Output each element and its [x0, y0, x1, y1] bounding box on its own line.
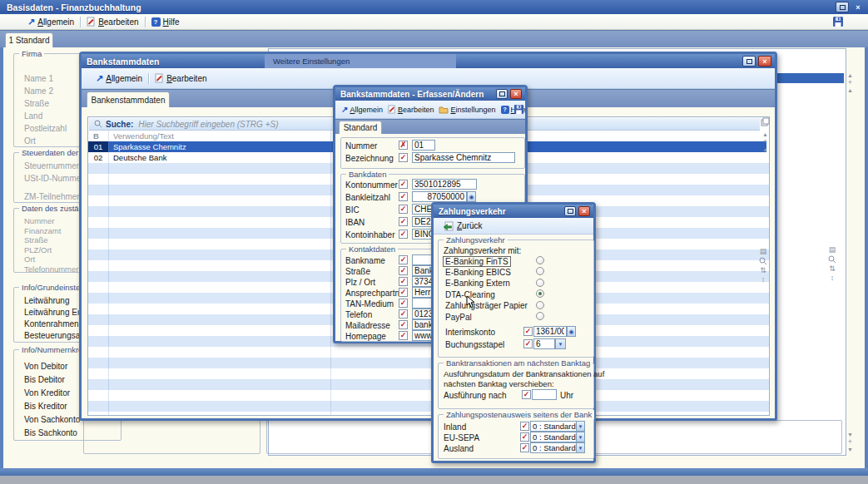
- close-button[interactable]: ×: [578, 206, 590, 216]
- menu-allgemein[interactable]: ↗ Allgemein: [22, 14, 80, 29]
- sort-desc-icon[interactable]: ↕: [759, 275, 767, 284]
- copy-row-button[interactable]: [761, 117, 770, 126]
- menu-allgemein[interactable]: ↗ Allgemein: [90, 68, 148, 88]
- maximize-button[interactable]: [742, 56, 756, 67]
- list-tools-right[interactable]: ▤ ⇅ ↕: [828, 245, 836, 283]
- dropdown-icon[interactable]: ▼: [576, 422, 584, 431]
- bezeichnung-input[interactable]: [412, 152, 515, 163]
- ausfuehrung-nach-label: Ausführung nach: [444, 391, 507, 400]
- option-label-paypal[interactable]: PayPal: [445, 313, 472, 322]
- row-scroll-controls[interactable]: ▲ + ▲: [762, 131, 768, 153]
- radio-zahlungstraeger-papier[interactable]: [536, 301, 544, 309]
- menu-allgemein[interactable]: ↗ Allgemein: [339, 101, 385, 118]
- column-header-text[interactable]: Verwendung/Text: [113, 131, 174, 141]
- radio-e-banking-extern[interactable]: [536, 279, 544, 287]
- sort-asc-icon[interactable]: ⇅: [828, 264, 836, 274]
- maximize-button[interactable]: [836, 2, 849, 12]
- ausland-checkbox[interactable]: ✓: [520, 443, 529, 452]
- back-button[interactable]: Zurück: [437, 218, 489, 234]
- grid-icon[interactable]: ▤: [759, 247, 767, 256]
- grid-icon[interactable]: ▤: [828, 245, 836, 254]
- list-tools[interactable]: ▤ ⇅ ↕: [759, 247, 767, 284]
- scroll-up-icon[interactable]: ▲: [847, 86, 853, 94]
- payment-titlebar[interactable]: Zahlungsverkehr ×: [434, 205, 593, 218]
- main-titlebar[interactable]: Basisdaten - Finanzbuchhaltung ×: [0, 0, 868, 14]
- tab-bankenstammdaten[interactable]: Bankenstammdaten: [87, 91, 170, 107]
- scroll-top-controls[interactable]: ▲ + ▲: [847, 72, 853, 94]
- mailadresse-checkbox[interactable]: ✓: [399, 320, 408, 329]
- eu-sepa-checkbox[interactable]: ✓: [520, 432, 529, 442]
- option-label-extern[interactable]: E-Banking Extern: [445, 279, 510, 288]
- menu-hilfe[interactable]: ? Hilfe: [146, 14, 186, 29]
- option-label-ebics[interactable]: E-Banking EBICS: [445, 268, 511, 277]
- interimskonto-checkbox[interactable]: ✓: [523, 327, 533, 336]
- main-tabstrip: [0, 30, 868, 47]
- sort-asc-icon[interactable]: ⇅: [759, 266, 767, 275]
- buchungsstapel-input[interactable]: [533, 338, 555, 349]
- radio-paypal[interactable]: [536, 312, 544, 320]
- expand-icon[interactable]: +: [847, 438, 853, 446]
- close-button[interactable]: ×: [851, 2, 865, 12]
- bankleitzahl-lookup-button[interactable]: ◉: [467, 191, 476, 202]
- column-header-b[interactable]: B: [93, 131, 99, 141]
- expand-icon[interactable]: +: [847, 79, 853, 86]
- maximize-button[interactable]: [496, 89, 508, 99]
- menu-bearbeiten[interactable]: Bearbeiten: [81, 14, 144, 29]
- expand-icon[interactable]: +: [762, 138, 768, 146]
- dropdown-icon[interactable]: ▼: [576, 443, 584, 452]
- bezeichnung-checkbox[interactable]: ✓: [399, 153, 408, 162]
- column-divider: [330, 131, 331, 415]
- bankleitzahl-checkbox[interactable]: ✓: [399, 192, 408, 201]
- interimskonto-lookup-button[interactable]: ◉: [567, 326, 576, 337]
- inland-select[interactable]: 0 : Standard ▼: [530, 421, 585, 432]
- kontoinhaber-checkbox[interactable]: ✓: [399, 230, 408, 239]
- scroll-bottom-controls[interactable]: ▼ + ▼: [847, 431, 853, 453]
- ausfuehrung-checkbox[interactable]: ✓: [522, 390, 531, 399]
- iban-checkbox[interactable]: ✓: [399, 217, 408, 226]
- magnifier-icon[interactable]: [828, 255, 836, 264]
- kontonummer-checkbox[interactable]: ✓: [399, 180, 408, 189]
- bic-checkbox[interactable]: ✓: [399, 205, 408, 214]
- eu-sepa-select[interactable]: 0 : Standard ▼: [530, 432, 585, 442]
- window-frame-bottom: [0, 468, 868, 476]
- homepage-checkbox[interactable]: ✓: [399, 331, 408, 340]
- ausland-select[interactable]: 0 : Standard ▼: [530, 442, 585, 453]
- tab-1-standard[interactable]: 1 Standard: [5, 32, 53, 47]
- buchungsstapel-checkbox[interactable]: ✓: [523, 339, 533, 348]
- close-button[interactable]: ×: [758, 56, 771, 67]
- interimskonto-input[interactable]: [533, 326, 567, 337]
- scroll-down-icon[interactable]: ▼: [847, 446, 853, 453]
- kontonummer-input[interactable]: [412, 179, 477, 190]
- nummer-lock-checkbox[interactable]: ✗: [399, 141, 408, 150]
- menu-einstellungen[interactable]: Einstellungen: [436, 101, 498, 118]
- maximize-button[interactable]: [564, 206, 576, 216]
- close-button[interactable]: ×: [510, 89, 522, 99]
- option-label-papier[interactable]: Zahlungsträger Papier: [445, 301, 528, 310]
- menu-bearbeiten[interactable]: Bearbeiten: [385, 101, 437, 118]
- radio-e-banking-fints[interactable]: [536, 256, 544, 264]
- plz-ort-checkbox[interactable]: ✓: [399, 277, 408, 286]
- ausfuehrung-input[interactable]: [532, 389, 557, 400]
- magnifier-icon[interactable]: [759, 257, 767, 265]
- tan-medium-checkbox[interactable]: ✓: [399, 299, 408, 308]
- sort-desc-icon[interactable]: ↕: [828, 274, 836, 283]
- radio-dta-clearing[interactable]: [536, 289, 544, 298]
- nummer-input[interactable]: [412, 140, 435, 151]
- back-icon: [443, 221, 454, 231]
- dropdown-icon[interactable]: ▼: [576, 432, 584, 442]
- menu-bearbeiten[interactable]: Bearbeiten: [149, 68, 212, 88]
- buchungsstapel-dropdown-button[interactable]: ▼: [555, 338, 566, 349]
- telefon-checkbox[interactable]: ✓: [399, 309, 408, 319]
- save-button[interactable]: [832, 16, 844, 27]
- save-button[interactable]: [513, 104, 524, 115]
- scroll-up-icon[interactable]: ▲: [762, 146, 768, 153]
- option-label-fints[interactable]: E-Banking FinTS: [443, 256, 511, 267]
- bankname-checkbox[interactable]: ✓: [399, 255, 408, 264]
- radio-e-banking-ebics[interactable]: [536, 267, 544, 275]
- bankleitzahl-input[interactable]: [412, 191, 467, 202]
- inland-checkbox[interactable]: ✓: [520, 422, 529, 431]
- tab-standard[interactable]: Standard: [339, 121, 382, 134]
- edit-titlebar[interactable]: Bankstammdaten - Erfassen/Ändern ×: [335, 87, 525, 101]
- ansprechpartner-checkbox[interactable]: ✓: [399, 288, 408, 297]
- strasse-checkbox[interactable]: ✓: [399, 266, 408, 275]
